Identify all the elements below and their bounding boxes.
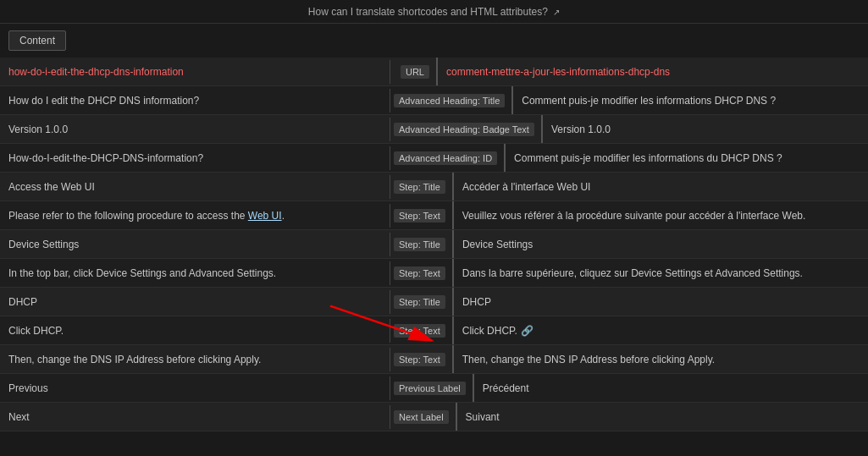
- source-cell: Next: [0, 406, 390, 428]
- type-cell: Step: Text: [390, 261, 452, 285]
- link-icon: 🔗: [521, 325, 534, 337]
- source-cell: Click DHCP.: [0, 320, 390, 342]
- translation-cell: DHCP: [454, 291, 868, 313]
- top-bar: How can I translate shortcodes and HTML …: [0, 0, 868, 24]
- type-cell: Advanced Heading: Badge Text: [390, 118, 541, 141]
- table-row: PreviousPrevious LabelPrécédent: [0, 374, 868, 403]
- translation-cell: Comment puis-je modifier les information…: [506, 147, 868, 169]
- type-badge: Advanced Heading: Title: [394, 94, 505, 107]
- translation-cell: Veuillez vous référer à la procédure sui…: [454, 205, 868, 227]
- type-cell: Step: Title: [390, 175, 452, 199]
- content-section: Content: [0, 24, 868, 58]
- table-row: Please refer to the following procedure …: [0, 201, 868, 230]
- type-badge: Step: Title: [394, 295, 445, 309]
- source-cell: how-do-i-edit-the-dhcp-dns-information: [0, 61, 390, 83]
- table-row: Device SettingsStep: TitleDevice Setting…: [0, 230, 868, 259]
- type-badge: Step: Title: [394, 238, 445, 251]
- source-cell: Previous: [0, 377, 390, 399]
- type-badge: Step: Title: [394, 180, 445, 194]
- external-icon: ↗: [553, 8, 560, 17]
- table-row: NextNext LabelSuivant: [0, 403, 868, 431]
- type-badge: Advanced Heading: Badge Text: [394, 123, 534, 136]
- table-row: How do I edit the DHCP DNS information?A…: [0, 86, 868, 115]
- type-badge: Advanced Heading: ID: [394, 151, 497, 165]
- table-row: Access the Web UIStep: TitleAccéder à l'…: [0, 173, 868, 201]
- table-row: In the top bar, click Device Settings an…: [0, 259, 868, 288]
- help-link-text: How can I translate shortcodes and HTML …: [308, 6, 548, 18]
- source-cell: How-do-I-edit-the-DHCP-DNS-information?: [0, 147, 390, 169]
- type-cell: Step: Title: [390, 233, 452, 256]
- main-content: how-do-i-edit-the-dhcp-dns-informationUR…: [0, 58, 868, 431]
- translation-cell: Click DHCP.🔗: [454, 320, 868, 342]
- type-badge: Previous Label: [394, 382, 466, 395]
- type-cell: Advanced Heading: ID: [390, 146, 504, 170]
- type-cell: URL: [390, 60, 436, 84]
- type-cell: Step: Text: [390, 348, 452, 371]
- translation-cell: Comment puis-je modifier les information…: [513, 90, 868, 112]
- translation-cell: Device Settings: [454, 233, 868, 255]
- translation-cell: Version 1.0.0: [543, 118, 868, 140]
- table-row: Version 1.0.0Advanced Heading: Badge Tex…: [0, 115, 868, 144]
- table-row: DHCPStep: TitleDHCP: [0, 288, 868, 316]
- type-cell: Previous Label: [390, 376, 473, 400]
- translation-cell: Suivant: [457, 406, 868, 428]
- translation-cell: Then, change the DNS IP Address before c…: [454, 349, 868, 371]
- type-cell: Advanced Heading: Title: [390, 89, 511, 113]
- type-badge: Step: Text: [394, 324, 445, 338]
- content-tab: Content: [8, 30, 66, 51]
- help-link[interactable]: How can I translate shortcodes and HTML …: [308, 6, 560, 18]
- table-row: Click DHCP.Step: TextClick DHCP.🔗: [0, 316, 868, 345]
- table-row: How-do-I-edit-the-DHCP-DNS-information?A…: [0, 144, 868, 173]
- source-cell: DHCP: [0, 291, 390, 313]
- type-badge: Step: Text: [394, 353, 445, 366]
- rows-container: how-do-i-edit-the-dhcp-dns-informationUR…: [0, 58, 868, 431]
- type-badge: Next Label: [394, 410, 449, 424]
- source-cell: Access the Web UI: [0, 176, 390, 198]
- source-cell: How do I edit the DHCP DNS information?: [0, 90, 390, 112]
- type-cell: Next Label: [390, 405, 456, 429]
- type-badge: Step: Text: [394, 209, 445, 223]
- translation-cell: comment-mettre-a-jour-les-informations-d…: [438, 61, 868, 83]
- source-cell: Then, change the DNS IP Address before c…: [0, 349, 390, 371]
- source-cell: Please refer to the following procedure …: [0, 205, 390, 227]
- source-cell: Version 1.0.0: [0, 118, 390, 140]
- source-cell: Device Settings: [0, 233, 390, 255]
- translation-cell: Accéder à l'interface Web UI: [454, 176, 868, 198]
- translation-cell: Précédent: [474, 377, 868, 399]
- type-badge: URL: [401, 65, 429, 79]
- type-cell: Step: Text: [390, 204, 452, 228]
- table-row: how-do-i-edit-the-dhcp-dns-informationUR…: [0, 58, 868, 86]
- source-cell: In the top bar, click Device Settings an…: [0, 262, 390, 284]
- type-cell: Step: Text: [390, 319, 452, 343]
- table-row: Then, change the DNS IP Address before c…: [0, 345, 868, 374]
- web-ui-link[interactable]: Web UI: [248, 210, 282, 222]
- type-badge: Step: Text: [394, 266, 445, 280]
- translation-cell: Dans la barre supérieure, cliquez sur De…: [454, 262, 868, 284]
- type-cell: Step: Title: [390, 290, 452, 314]
